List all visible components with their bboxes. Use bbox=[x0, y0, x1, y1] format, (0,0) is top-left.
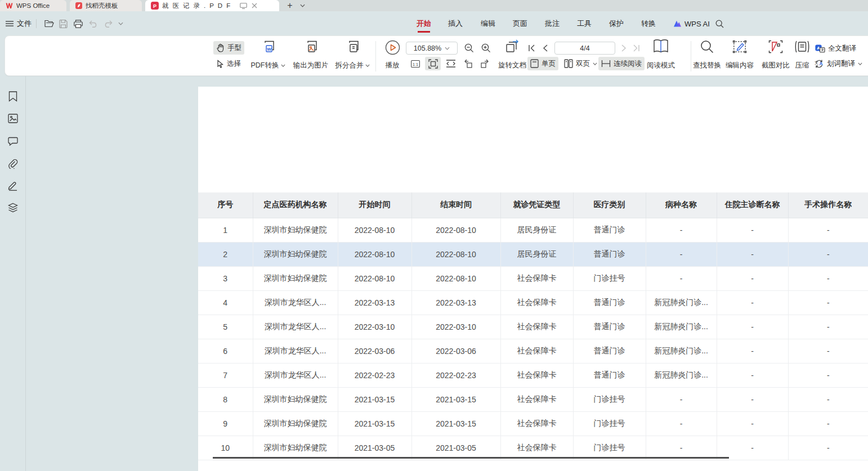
table-cell: 2021-03-05 bbox=[411, 436, 500, 460]
table-cell: 普通门诊 bbox=[573, 242, 646, 266]
menu-item-label: 插入 bbox=[448, 19, 463, 29]
menu-item-home[interactable]: 开始 bbox=[417, 17, 431, 30]
pdf-page[interactable]: 序号定点医药机构名称开始时间结束时间就诊凭证类型医疗类别病种名称住院主诊断名称手… bbox=[198, 87, 868, 471]
word-translate-button[interactable]: A文 划词翻译 bbox=[811, 57, 865, 70]
comments-icon[interactable] bbox=[7, 135, 19, 147]
tab-docer-templates[interactable]: 找稻壳模板 bbox=[70, 0, 142, 11]
table-cell: 9 bbox=[198, 411, 253, 436]
export-image-button[interactable]: 输出为图片 bbox=[289, 40, 332, 70]
play-icon bbox=[385, 40, 400, 55]
column-header: 开始时间 bbox=[338, 192, 411, 218]
signature-icon[interactable] bbox=[7, 180, 19, 192]
undo-redo-chevron-icon[interactable] bbox=[118, 17, 123, 30]
close-tab-icon[interactable] bbox=[252, 3, 257, 8]
new-tab-button[interactable]: + bbox=[284, 0, 296, 11]
undo-icon[interactable] bbox=[89, 17, 97, 30]
table-cell: - bbox=[717, 387, 788, 411]
table-cell: 2021-03-05 bbox=[338, 436, 411, 460]
menu-item-comment[interactable]: 批注 bbox=[545, 17, 560, 30]
single-page-button[interactable]: 单页 bbox=[527, 57, 558, 70]
screenshot-compare-button[interactable]: 截图对比 bbox=[758, 40, 793, 70]
menu-item-page[interactable]: 页面 bbox=[513, 17, 527, 30]
fit-page-button[interactable] bbox=[425, 57, 441, 70]
table-cell: - bbox=[646, 387, 717, 411]
menu-item-label: 转换 bbox=[641, 19, 656, 29]
next-page-button[interactable] bbox=[619, 42, 629, 53]
menu-item-protect[interactable]: 保护 bbox=[609, 17, 624, 30]
double-page-button[interactable]: 双页 bbox=[561, 57, 600, 70]
chevron-down-icon bbox=[365, 64, 370, 67]
zoom-level-select[interactable]: 105.88% bbox=[406, 42, 458, 55]
first-page-button[interactable] bbox=[526, 42, 536, 53]
table-row[interactable]: 5深圳市龙华区人...2022-03-102022-03-10社会保障卡普通门诊… bbox=[198, 315, 868, 339]
svg-text:A: A bbox=[819, 60, 822, 66]
table-row[interactable]: 4深圳市龙华区人...2022-03-132022-03-13社会保障卡普通门诊… bbox=[198, 290, 868, 315]
column-header: 定点医药机构名称 bbox=[253, 192, 338, 218]
attachments-icon[interactable] bbox=[7, 158, 19, 170]
actual-size-button[interactable]: 1:1 bbox=[408, 57, 423, 70]
cast-screen-icon[interactable] bbox=[240, 3, 247, 9]
tab-wps-home[interactable]: WPS Office bbox=[0, 0, 66, 11]
table-cell: - bbox=[717, 315, 788, 339]
prev-page-button[interactable] bbox=[540, 42, 550, 53]
table-row[interactable]: 9深圳市妇幼保健院2021-03-152021-03-15社会保障卡门诊挂号--… bbox=[198, 411, 868, 436]
zoom-out-button[interactable] bbox=[462, 42, 476, 53]
tab-list-chevron-icon[interactable] bbox=[297, 0, 307, 11]
table-cell: - bbox=[717, 266, 788, 290]
hand-tool-button[interactable]: 手型 bbox=[213, 41, 244, 55]
bookmarks-icon[interactable] bbox=[7, 90, 19, 102]
menu-search-icon[interactable] bbox=[715, 17, 724, 30]
table-cell: - bbox=[717, 436, 788, 460]
wps-ai-button[interactable]: WPS AI bbox=[673, 17, 710, 30]
rotate-left-button[interactable] bbox=[460, 57, 476, 70]
layers-icon[interactable] bbox=[7, 201, 19, 214]
fit-width-button[interactable] bbox=[443, 57, 459, 70]
fit-page-icon bbox=[428, 59, 438, 69]
open-file-icon[interactable] bbox=[44, 17, 54, 30]
tab-document[interactable]: P 就医记录.PDF bbox=[145, 0, 279, 11]
table-cell: - bbox=[646, 218, 717, 242]
table-row[interactable]: 7深圳市龙华区人...2022-02-232022-02-23社会保障卡普通门诊… bbox=[198, 363, 868, 387]
thumbnails-icon[interactable] bbox=[7, 112, 19, 124]
table-cell: 2022-08-10 bbox=[411, 242, 500, 266]
read-mode-button[interactable]: 阅读模式 bbox=[643, 39, 678, 70]
page-number-input[interactable]: 4/4 bbox=[554, 42, 615, 55]
column-header: 序号 bbox=[198, 192, 253, 218]
rotate-right-button[interactable] bbox=[477, 57, 493, 70]
search-icon bbox=[700, 40, 714, 53]
table-cell: 社会保障卡 bbox=[500, 339, 573, 363]
table-cell: 新冠肺炎门诊... bbox=[646, 363, 717, 387]
menu-item-convert[interactable]: 转换 bbox=[641, 17, 656, 30]
zoom-in-button[interactable] bbox=[479, 42, 493, 53]
table-cell: 6 bbox=[198, 339, 253, 363]
save-icon[interactable] bbox=[59, 17, 68, 30]
menu-item-tools[interactable]: 工具 bbox=[577, 17, 592, 30]
table-row[interactable]: 2深圳市妇幼保健院2022-08-102022-08-10居民身份证普通门诊--… bbox=[198, 242, 868, 266]
last-page-button[interactable] bbox=[631, 42, 641, 53]
table-cell: 居民身份证 bbox=[500, 218, 573, 242]
print-icon[interactable] bbox=[74, 17, 83, 30]
table-cell: - bbox=[788, 218, 868, 242]
play-button[interactable]: 播放 bbox=[380, 40, 405, 70]
table-row[interactable]: 3深圳市妇幼保健院2022-08-102022-08-10社会保障卡门诊挂号--… bbox=[198, 266, 868, 290]
edit-content-button[interactable]: 编辑内容 bbox=[722, 40, 757, 70]
table-row[interactable]: 6深圳市龙华区人...2022-03-062022-03-06社会保障卡普通门诊… bbox=[198, 339, 868, 363]
rotate-document-button[interactable]: 旋转文档 bbox=[494, 39, 531, 70]
table-row[interactable]: 10深圳市妇幼保健院2021-03-052021-03-05社会保障卡门诊挂号-… bbox=[198, 436, 868, 460]
menu-item-insert[interactable]: 插入 bbox=[448, 17, 463, 30]
table-row[interactable]: 1深圳市妇幼保健院2022-08-102022-08-10居民身份证普通门诊--… bbox=[198, 218, 868, 242]
full-translate-button[interactable]: A 全文翻译 bbox=[812, 42, 859, 55]
file-menu-button[interactable]: 文件 bbox=[6, 17, 32, 30]
split-merge-button[interactable]: 拆分合并 bbox=[334, 40, 371, 70]
svg-text:1:1: 1:1 bbox=[413, 62, 418, 66]
book-icon bbox=[653, 39, 669, 53]
table-row[interactable]: 8深圳市妇幼保健院2021-03-152021-03-15社会保障卡门诊挂号--… bbox=[198, 387, 868, 411]
horizontal-scrollbar[interactable] bbox=[213, 457, 729, 459]
find-replace-button[interactable]: 查找替换 bbox=[690, 40, 724, 70]
menu-item-edit[interactable]: 编辑 bbox=[481, 17, 495, 30]
pdf-convert-button[interactable]: W PDF转换 bbox=[249, 40, 287, 70]
select-tool-button[interactable]: 选择 bbox=[213, 57, 244, 70]
cursor-arrow-icon bbox=[216, 60, 224, 68]
continuous-reading-button[interactable]: 连续阅读 bbox=[598, 57, 645, 70]
redo-icon[interactable] bbox=[104, 17, 113, 30]
